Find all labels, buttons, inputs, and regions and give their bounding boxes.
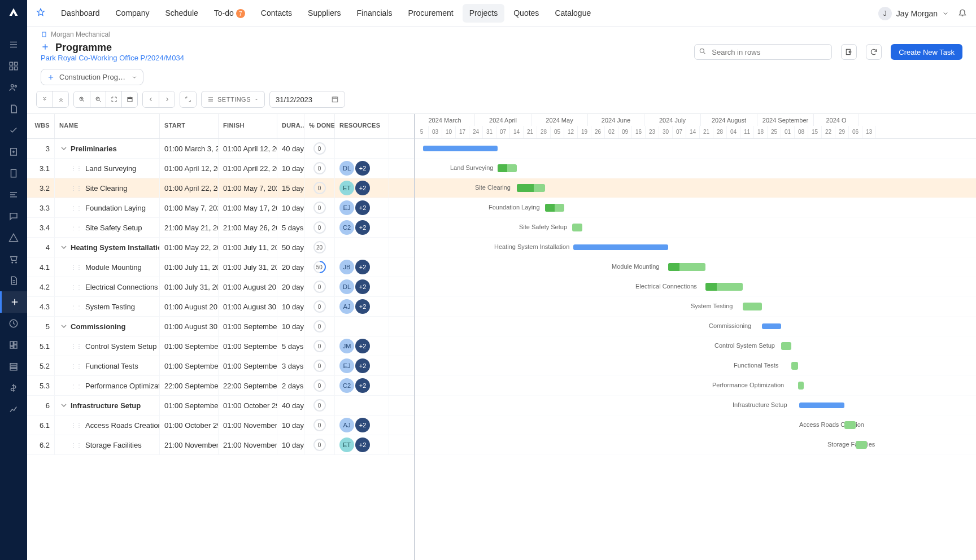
resource-avatar[interactable]: +2	[355, 161, 370, 176]
refresh-button[interactable]	[866, 44, 882, 60]
nav-contacts[interactable]: Contacts	[254, 4, 299, 23]
resource-avatar[interactable]: JM	[339, 339, 354, 353]
resource-avatar[interactable]: DL	[339, 279, 354, 294]
sidebar-file-icon[interactable]	[0, 270, 27, 291]
drag-handle-icon[interactable]: ⋮⋮	[71, 304, 82, 310]
date-input[interactable]: 31/12/2023	[269, 91, 345, 108]
sidebar-add-doc-icon[interactable]	[0, 141, 27, 163]
table-row[interactable]: 3.3⋮⋮Foundation Laying01:00 May 7, 20240…	[27, 198, 414, 218]
sidebar-alert-icon[interactable]	[0, 227, 27, 248]
table-row[interactable]: 4.3⋮⋮System Testing01:00 August 20, 2024…	[27, 297, 414, 317]
drag-handle-icon[interactable]: ⋮⋮	[71, 264, 82, 270]
fullscreen-button[interactable]	[180, 91, 196, 107]
resource-avatar[interactable]: ET	[339, 181, 354, 195]
sidebar-money-icon[interactable]	[0, 377, 27, 399]
sidebar-chat-icon[interactable]	[0, 205, 27, 227]
create-task-button[interactable]: Create New Task	[891, 44, 962, 60]
resource-avatar[interactable]: +2	[355, 378, 370, 393]
drag-handle-icon[interactable]: ⋮⋮	[71, 165, 82, 172]
table-row[interactable]: 5Commissioning01:00 August 30, 202401:00…	[27, 317, 414, 336]
sidebar-list-icon[interactable]	[0, 34, 27, 55]
fit-button[interactable]	[106, 91, 121, 107]
sidebar-chart-icon[interactable]	[0, 399, 27, 420]
table-row[interactable]: 4.1⋮⋮Module Mounting01:00 July 11, 20240…	[27, 257, 414, 277]
table-row[interactable]: 5.2⋮⋮Functional Tests01:00 September 14,…	[27, 356, 414, 376]
nav-to-do[interactable]: To-do7	[207, 4, 252, 23]
drag-handle-icon[interactable]: ⋮⋮	[71, 442, 82, 448]
project-link[interactable]: Park Royal Co-Working Office P/2024/M034	[41, 54, 184, 62]
gantt-bar[interactable]	[572, 224, 582, 231]
resource-avatar[interactable]: EJ	[339, 200, 354, 215]
sidebar-people-icon[interactable]	[0, 77, 27, 98]
table-row[interactable]: 4Heating System Installation01:00 May 22…	[27, 238, 414, 257]
sidebar-check-icon[interactable]	[0, 120, 27, 141]
gantt-bar[interactable]	[573, 244, 668, 250]
resource-avatar[interactable]: AJ	[339, 299, 354, 314]
gantt-bar[interactable]	[791, 362, 798, 370]
resource-avatar[interactable]: DL	[339, 161, 354, 176]
col-start[interactable]: START	[160, 114, 219, 138]
table-row[interactable]: 6.2⋮⋮Storage Facilities21:00 November 4,…	[27, 435, 414, 455]
table-row[interactable]: 5.3⋮⋮Performance Optimization22:00 Septe…	[27, 376, 414, 396]
col-wbs[interactable]: WBS	[27, 114, 55, 138]
nav-catalogue[interactable]: Catalogue	[548, 4, 598, 23]
table-row[interactable]: 6Infrastructure Setup01:00 September 19,…	[27, 396, 414, 415]
resource-avatar[interactable]: AJ	[339, 418, 354, 432]
zoom-out-button[interactable]	[90, 91, 106, 107]
resource-avatar[interactable]: C2	[339, 378, 354, 393]
table-row[interactable]: 3.4⋮⋮Site Safety Setup21:00 May 21, 2024…	[27, 218, 414, 238]
table-row[interactable]: 3.1⋮⋮Land Surveying01:00 April 12, 20240…	[27, 159, 414, 178]
resource-avatar[interactable]: +2	[355, 339, 370, 353]
chevron-down-icon[interactable]	[59, 322, 68, 331]
resource-avatar[interactable]: ET	[339, 438, 354, 452]
nav-quotes[interactable]: Quotes	[507, 4, 546, 23]
col-resources[interactable]: RESOURCES	[335, 114, 389, 138]
today-button[interactable]	[121, 91, 137, 107]
resource-avatar[interactable]: C2	[339, 220, 354, 235]
resource-avatar[interactable]: +2	[355, 358, 370, 373]
gantt-chart[interactable]: 2024 March2024 April2024 May2024 June202…	[415, 114, 976, 560]
search-input[interactable]	[694, 44, 832, 60]
gantt-bar[interactable]	[423, 146, 498, 151]
settings-button[interactable]: SETTINGS	[201, 91, 265, 108]
resource-avatar[interactable]: +2	[355, 200, 370, 215]
bell-icon[interactable]	[958, 8, 967, 19]
nav-company[interactable]: Company	[109, 4, 156, 23]
gantt-bar[interactable]	[498, 164, 517, 172]
nav-financials[interactable]: Financials	[350, 4, 399, 23]
gantt-bar[interactable]	[743, 303, 762, 310]
nav-procurement[interactable]: Procurement	[402, 4, 460, 23]
nav-projects[interactable]: Projects	[463, 4, 505, 23]
table-row[interactable]: 5.1⋮⋮Control System Setup01:00 September…	[27, 336, 414, 356]
next-button[interactable]	[159, 91, 175, 107]
drag-handle-icon[interactable]: ⋮⋮	[71, 422, 82, 428]
sidebar-page-icon[interactable]	[0, 163, 27, 184]
table-row[interactable]: 6.1⋮⋮Access Roads Creation01:00 October …	[27, 415, 414, 435]
resource-avatar[interactable]: +2	[355, 181, 370, 195]
resource-avatar[interactable]: JB	[339, 260, 354, 274]
col-done[interactable]: % DONE	[304, 114, 335, 138]
drag-handle-icon[interactable]: ⋮⋮	[71, 343, 82, 349]
col-name[interactable]: NAME	[55, 114, 160, 138]
sidebar-grid-icon[interactable]	[0, 55, 27, 77]
import-button[interactable]	[841, 44, 857, 60]
sidebar-lines-icon[interactable]	[0, 184, 27, 205]
table-row[interactable]: 4.2⋮⋮Electrical Connections01:00 July 31…	[27, 277, 414, 297]
resource-avatar[interactable]: +2	[355, 260, 370, 274]
gantt-bar[interactable]	[844, 421, 856, 429]
expand-all-button[interactable]	[37, 91, 53, 107]
gantt-bar[interactable]	[705, 283, 743, 291]
nav-suppliers[interactable]: Suppliers	[301, 4, 347, 23]
drag-handle-icon[interactable]: ⋮⋮	[71, 225, 82, 231]
gantt-bar[interactable]	[799, 403, 844, 408]
sidebar-dashboard-icon[interactable]	[0, 334, 27, 356]
sidebar-plus-icon[interactable]	[0, 291, 27, 313]
table-row[interactable]: 3.2⋮⋮Site Clearing01:00 April 22, 202401…	[27, 178, 414, 198]
resource-avatar[interactable]: +2	[355, 279, 370, 294]
resource-avatar[interactable]: +2	[355, 220, 370, 235]
resource-avatar[interactable]: +2	[355, 299, 370, 314]
nav-schedule[interactable]: Schedule	[158, 4, 204, 23]
sidebar-cart-icon[interactable]	[0, 248, 27, 270]
table-row[interactable]: 3Preliminaries01:00 March 3, 202401:00 A…	[27, 139, 414, 159]
sidebar-clock-icon[interactable]	[0, 313, 27, 334]
